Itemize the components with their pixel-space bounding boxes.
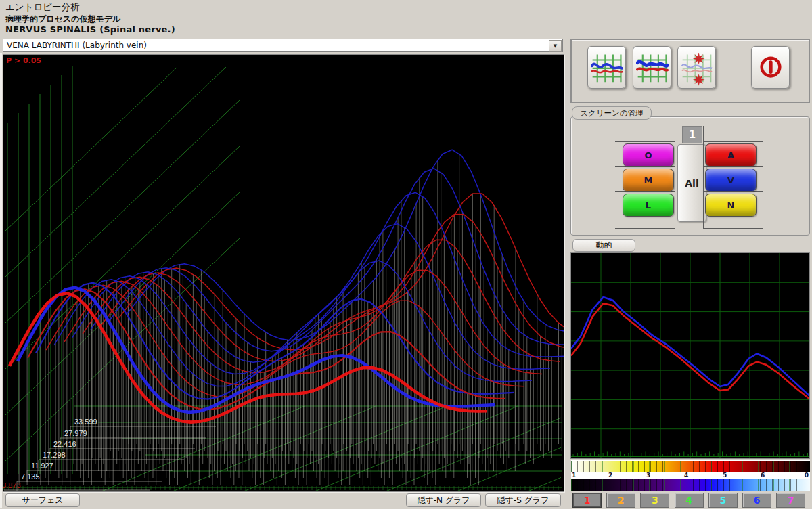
- screen-manager-panel: 1 All OMLAVN: [570, 116, 810, 236]
- surface-plot[interactable]: 33.59927.97922.41617.29811.9277.1353.873…: [3, 54, 564, 492]
- palette-row: 1234567: [570, 493, 810, 507]
- separator-line: [703, 126, 704, 229]
- scale-number: 2: [608, 472, 612, 479]
- page-subtitle: 病理学的プロセスの仮想モデル: [5, 14, 120, 25]
- separator-line: [704, 141, 763, 142]
- palette-button-6[interactable]: 6: [742, 493, 771, 508]
- palette-button-1[interactable]: 1: [572, 493, 602, 508]
- separator-line: [704, 228, 763, 229]
- scale-number: 5: [723, 472, 727, 479]
- page-badge: 1: [682, 126, 702, 143]
- screen-button-V[interactable]: V: [705, 169, 757, 192]
- screen-button-O[interactable]: O: [623, 143, 674, 167]
- page-title: エントロピー分析: [5, 1, 80, 14]
- screen-button-A[interactable]: A: [705, 143, 757, 167]
- screen-button-N[interactable]: N: [705, 194, 757, 217]
- app-window: エントロピー分析 病理学的プロセスの仮想モデル NERVUS SPINALIS …: [0, 0, 812, 509]
- surface-button[interactable]: サーフェス: [5, 493, 80, 507]
- bold-graph-button[interactable]: [633, 46, 671, 89]
- significance-star-icon: [692, 73, 704, 85]
- toolbar-panel: [570, 39, 810, 103]
- axis-label: 33.599: [74, 418, 97, 426]
- palette-button-4[interactable]: 4: [675, 493, 704, 508]
- axis-label: 27.979: [64, 429, 87, 437]
- heat-scale-cool: [571, 479, 810, 491]
- heat-scale-warm-green-ticks: [571, 461, 810, 472]
- axis-label: 17.298: [43, 451, 66, 459]
- vessel-dropdown[interactable]: VENA LABYRINTHI (Labyrinth vein) ▼: [3, 39, 563, 52]
- dynamic-button[interactable]: 動的: [572, 239, 635, 252]
- axis-label: 3.873: [3, 481, 21, 489]
- all-screens-button[interactable]: All: [677, 144, 706, 222]
- power-icon: [754, 49, 787, 86]
- axis-label: 22.416: [53, 440, 76, 448]
- scale-number: 0: [805, 472, 809, 479]
- heat-scale-cool-green-ticks: [571, 479, 810, 491]
- scale-ruler: 1234560: [571, 472, 810, 479]
- significance-graph-icon: [681, 49, 713, 86]
- axis-label: 7.135: [21, 472, 40, 481]
- scale-number: 3: [646, 472, 650, 479]
- separator-line: [615, 228, 675, 229]
- model-name: NERVUS SPINALIS (Spinal nerve.): [5, 24, 175, 35]
- line-graph-button[interactable]: [587, 46, 626, 89]
- pvalue-annotation: P > 0.05: [6, 56, 41, 65]
- scale-number: 4: [684, 472, 688, 479]
- line-graph-icon: [591, 49, 623, 86]
- vessel-dropdown-value: VENA LABYRINTHI (Labyrinth vein): [7, 40, 147, 51]
- screen-button-M[interactable]: M: [623, 169, 674, 192]
- separator-line: [675, 126, 675, 229]
- palette-button-7[interactable]: 7: [776, 493, 805, 508]
- significance-graph-button[interactable]: [677, 46, 716, 89]
- palette-button-3[interactable]: 3: [640, 493, 669, 508]
- screen-manager-tab: スクリーンの管理: [572, 106, 652, 120]
- hide-s-graph-button[interactable]: 隠す-S グラフ: [485, 493, 561, 507]
- screen-manager-title: スクリーンの管理: [580, 108, 643, 118]
- mini-chart: [570, 252, 810, 459]
- scale-number: 6: [761, 472, 765, 479]
- palette-button-2[interactable]: 2: [606, 493, 635, 508]
- surface-plot-canvas: 33.59927.97922.41617.29811.9277.1353.873: [3, 55, 564, 491]
- separator-line: [615, 141, 675, 142]
- mini-chart-canvas: [571, 253, 809, 458]
- dropdown-arrow-icon[interactable]: ▼: [549, 40, 562, 52]
- window-edge: [0, 53, 2, 508]
- scale-number: 1: [572, 472, 576, 479]
- hide-n-graph-button[interactable]: 隠す-N グラフ: [406, 493, 481, 507]
- bold-graph-icon: [636, 49, 669, 86]
- heat-scale-warm: [571, 460, 810, 472]
- axis-label: 11.927: [31, 462, 53, 470]
- power-button[interactable]: [751, 46, 790, 89]
- palette-button-5[interactable]: 5: [708, 493, 738, 508]
- significance-star-icon: [692, 52, 704, 64]
- screen-button-L[interactable]: L: [623, 194, 674, 217]
